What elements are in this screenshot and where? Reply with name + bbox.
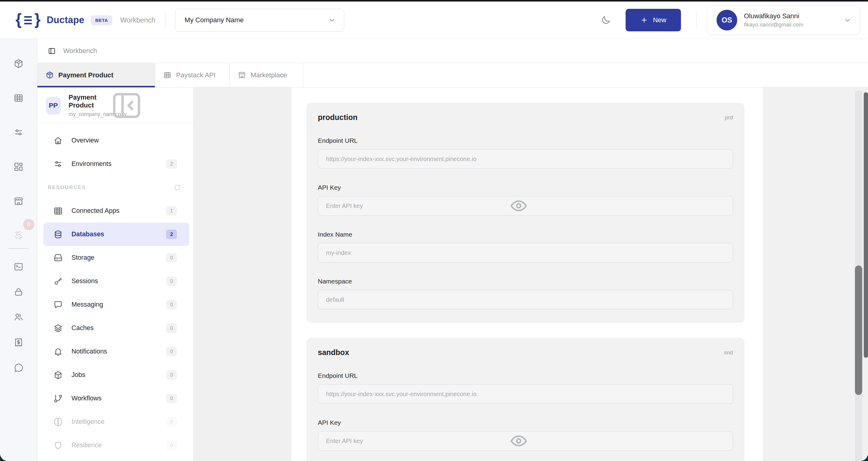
avatar: OS [717,10,737,30]
sidebar-item-caches[interactable]: Caches 0 [43,316,189,340]
tab-paystack-api[interactable]: Paystack API [155,63,229,87]
endpoint-url-input[interactable] [318,384,733,404]
count-badge: 0 [166,323,177,333]
rail-item-handshake[interactable]: 0 [13,231,24,241]
rail-item-users[interactable] [13,312,24,322]
brain-icon [53,417,63,427]
namespace-input[interactable] [318,290,733,309]
rail-item-receipt[interactable] [13,337,24,348]
database-icon [53,230,63,239]
form-field: Index Name [318,231,733,262]
sidebar-item-notifications[interactable]: Notifications 0 [43,340,189,363]
rail-item-chat[interactable] [13,363,24,373]
field-label: Endpoint URL [318,372,733,379]
empty-panel [194,87,291,461]
count-badge: 2 [166,230,177,239]
grid-icon [163,71,172,79]
rail-item-package[interactable] [13,58,24,69]
sidebar-item-databases[interactable]: Databases 2 [43,223,189,246]
panel-toggle-icon[interactable] [48,47,56,55]
sidebar-item-workflows[interactable]: Workflows 0 [43,387,189,410]
dark-mode-toggle[interactable] [598,12,614,28]
field-label: Namespace [318,278,733,285]
icon-rail: 0 [0,39,37,461]
header-divider [696,11,696,29]
count-badge: 0 [166,277,177,286]
sidebar-item-overview[interactable]: Overview [43,129,189,152]
rail-item-dashboard[interactable] [13,162,24,172]
eye-icon[interactable] [311,431,726,451]
count-badge: 0 [166,394,177,403]
plus-icon [640,16,648,24]
company-select[interactable]: My Company Name [175,9,344,32]
form-field: API Key [318,419,733,451]
sidebar-item-messaging[interactable]: Messaging 0 [43,293,189,316]
right-panel [763,87,868,461]
form-field: Namespace [318,278,733,309]
count-badge: 1 [166,206,177,215]
key-icon [53,277,63,286]
collapse-sidebar-icon[interactable] [69,87,185,124]
new-button[interactable]: New [626,9,681,31]
tab-label: Paystack API [176,71,216,79]
logo-brace-icon: } [34,11,40,27]
count-badge: 0 [166,417,177,427]
rail-divider [8,248,29,249]
workbench-bar: Workbench [37,39,868,63]
content-scrollbar-thumb[interactable] [855,265,862,395]
receipt-icon [13,337,24,348]
tab-payment-product[interactable]: Payment Product [37,63,155,87]
handshake-icon [13,231,24,241]
rail-item-lock[interactable] [13,287,24,297]
tab-marketplace[interactable]: Marketplace [229,63,303,87]
message-icon [53,300,63,310]
card-title: sandbox [318,348,724,357]
page-scrollbar-thumb[interactable] [864,92,868,358]
drive-icon [53,253,63,263]
package-icon [45,71,54,79]
count-badge: 0 [166,347,177,356]
count-badge: 0 [166,300,177,309]
bell-icon [53,347,63,356]
card-title: production [318,113,725,122]
chat-icon [13,363,24,373]
sidebar-item-environments[interactable]: Environments 2 [43,152,189,176]
chevron-down-icon [328,16,336,24]
rail-item-terminal[interactable] [13,262,24,272]
user-menu[interactable]: OS Oluwafikayo Sanni fikayo.sanni@gmail.… [707,6,860,34]
environment-tag: prd [725,114,733,121]
beta-badge: BETA [91,15,112,25]
rail-item-grid[interactable] [13,93,24,103]
notification-count-badge: 0 [23,219,34,230]
user-name: Oluwafikayo Sanni [744,12,843,20]
shield-icon [53,441,63,450]
users-icon [13,312,24,322]
logo-bars-icon [24,16,32,24]
sliders-icon [53,159,63,169]
product-avatar: PP [46,97,61,114]
product-sidebar: PP Payment Product my_company_name:pay… … [37,87,194,461]
ductape-logo[interactable]: { } Ductape [16,13,84,27]
sidebar-item-intelligence: Intelligence 0 [43,410,189,434]
package-icon [13,58,24,69]
field-label: API Key [318,184,733,191]
store-icon [238,71,246,79]
endpoint-url-input[interactable] [318,149,733,169]
count-badge: 2 [166,159,177,169]
sidebar-item-resilience: Resilience 0 [43,434,189,457]
sidebar-item-sessions[interactable]: Sessions 0 [43,269,189,293]
count-badge: 0 [166,441,177,450]
sidebar-item-storage[interactable]: Storage 0 [43,246,189,269]
environment-tag: snd [724,349,733,356]
rail-item-sliders[interactable] [13,127,24,138]
count-badge: 0 [166,253,177,262]
index-name-input[interactable] [318,243,733,262]
store-icon [13,196,24,206]
refresh-icon[interactable] [173,183,181,192]
sidebar-item-jobs[interactable]: Jobs 0 [43,363,189,387]
eye-icon[interactable] [311,196,726,215]
sidebar-item-connected-apps[interactable]: Connected Apps 1 [43,199,189,223]
form-field: API Key [318,184,733,215]
sliders-icon [13,127,24,138]
rail-item-store[interactable] [13,196,24,206]
